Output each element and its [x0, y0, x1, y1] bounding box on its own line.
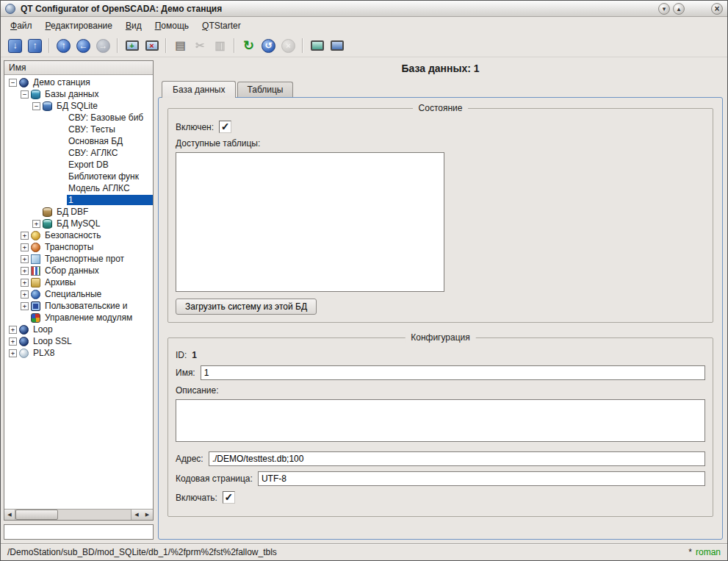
- forward-button[interactable]: →: [93, 36, 113, 56]
- expand-icon[interactable]: +: [21, 302, 29, 310]
- tab-База данных[interactable]: База данных: [162, 81, 236, 98]
- tree-item-label: СВУ: Базовые биб: [67, 112, 145, 123]
- tree-panel: Имя −Демо станция−Базы данных−БД SQLiteС…: [1, 57, 155, 543]
- expand-icon[interactable]: +: [21, 290, 29, 299]
- menu-item-Редактирование[interactable]: Редактирование: [39, 18, 119, 33]
- tree-item-БД SQLite[interactable]: −БД SQLite: [4, 100, 153, 112]
- tree-item-Основная БД[interactable]: Основная БД: [4, 135, 153, 147]
- tree-item-БД MySQL[interactable]: +БД MySQL: [4, 218, 153, 229]
- scrollbar-track[interactable]: [15, 510, 131, 520]
- delete-item-button[interactable]: ×: [142, 36, 162, 56]
- tree-item-label: БД DBF: [55, 207, 90, 217]
- address-input[interactable]: [209, 451, 705, 466]
- expand-icon[interactable]: +: [21, 267, 29, 275]
- app-window: QT Configurator of OpenSCADA: Демо станц…: [0, 0, 728, 561]
- close-button[interactable]: ×: [711, 3, 723, 15]
- scrollbar-thumb[interactable]: [15, 510, 58, 520]
- expand-icon[interactable]: +: [21, 279, 29, 287]
- plx-icon: [19, 349, 29, 358]
- tree-item-СВУ: Базовые биб[interactable]: СВУ: Базовые биб: [4, 112, 153, 124]
- protocols-icon: [31, 254, 40, 264]
- expand-icon[interactable]: +: [9, 349, 17, 357]
- tree-item-Пользовательские и[interactable]: +Пользовательские и: [4, 300, 153, 312]
- menu-item-Вид[interactable]: Вид: [119, 18, 148, 33]
- menu-item-QTStarter[interactable]: QTStarter: [195, 18, 248, 33]
- to-enable-row: Включать:: [176, 491, 705, 504]
- tree-item-Библиотеки функ[interactable]: Библиотеки функ: [4, 171, 153, 182]
- stop-button[interactable]: ×: [278, 36, 298, 56]
- expand-icon[interactable]: +: [32, 220, 40, 228]
- enabled-checkbox[interactable]: [219, 121, 231, 133]
- tree-item-Архивы[interactable]: +Архивы: [4, 276, 153, 288]
- description-label: Описание:: [176, 385, 705, 396]
- mysql-db-icon: [43, 219, 52, 229]
- collapse-icon[interactable]: −: [21, 90, 29, 99]
- cut-button[interactable]: ✂: [190, 36, 210, 56]
- menu-item-Помощь[interactable]: Помощь: [148, 18, 195, 33]
- expand-icon[interactable]: +: [9, 326, 17, 334]
- toolbar-separator: [234, 38, 235, 53]
- expand-icon[interactable]: +: [9, 337, 17, 346]
- tree-item-БД DBF[interactable]: БД DBF: [4, 206, 153, 218]
- tree-item-Loop[interactable]: +Loop: [4, 324, 153, 335]
- load-from-db-button[interactable]: ↓: [5, 36, 25, 56]
- state-groupbox: Состояние Включен: Доступные таблицы: За…: [167, 108, 713, 323]
- tree-item-PLX8[interactable]: +PLX8: [4, 347, 153, 359]
- description-textarea[interactable]: [176, 399, 705, 442]
- copy-button[interactable]: ▤: [170, 36, 190, 56]
- tree-item-Сбор данных[interactable]: +Сбор данных: [4, 265, 153, 276]
- paste-button[interactable]: ▥: [210, 36, 230, 56]
- back-button[interactable]: ←: [73, 36, 93, 56]
- station-window-button[interactable]: [327, 36, 347, 56]
- name-input[interactable]: [201, 365, 705, 380]
- config-group-title: Конфигурация: [405, 332, 476, 343]
- codepage-row: Кодовая страница:: [176, 471, 705, 486]
- station-window-icon: [331, 40, 344, 51]
- load-system-button[interactable]: Загрузить систему из этой БД: [176, 299, 317, 315]
- scroll-left2-icon[interactable]: ◀: [131, 510, 142, 520]
- collapse-icon[interactable]: −: [9, 79, 17, 87]
- tab-Таблицы[interactable]: Таблицы: [237, 82, 292, 97]
- tree-item-Специальные[interactable]: +Специальные: [4, 288, 153, 300]
- start-button[interactable]: ↺: [259, 36, 278, 56]
- tree-item-1[interactable]: 1: [4, 194, 153, 206]
- expand-icon[interactable]: +: [21, 243, 29, 251]
- tree-item-Управление модулям[interactable]: Управление модулям: [4, 312, 153, 324]
- add-item-button[interactable]: +: [122, 36, 142, 56]
- tree-item-Демо станция[interactable]: −Демо станция: [4, 76, 153, 88]
- tree-hscrollbar[interactable]: ◀ ◀ ▶: [4, 509, 153, 520]
- scroll-right-icon[interactable]: ▶: [142, 510, 153, 520]
- expand-icon[interactable]: +: [21, 232, 29, 240]
- codepage-input[interactable]: [258, 471, 705, 486]
- maximize-button[interactable]: ▴: [673, 3, 685, 15]
- tree-item-Export DB[interactable]: Export DB: [4, 159, 153, 171]
- expand-icon[interactable]: +: [21, 255, 29, 263]
- menu-item-Файл[interactable]: Файл: [4, 18, 39, 33]
- tree-item-Модель АГЛКС[interactable]: Модель АГЛКС: [4, 182, 153, 194]
- tree-item-СВУ: АГЛКС[interactable]: СВУ: АГЛКС: [4, 147, 153, 159]
- tree-item-label: Демо станция: [32, 77, 92, 87]
- tree-item-СВУ: Тесты[interactable]: СВУ: Тесты: [4, 124, 153, 135]
- tables-label: Доступные таблицы:: [176, 138, 705, 149]
- tree-item-Базы данных[interactable]: −Базы данных: [4, 88, 153, 100]
- tree-bottom-input[interactable]: [4, 524, 154, 540]
- statusbar: /DemoStation/sub_BD/mod_SQLite/db_1/%2fp…: [1, 543, 727, 560]
- tree-item-Безопасность[interactable]: +Безопасность: [4, 229, 153, 241]
- id-row: ID: 1: [176, 350, 705, 360]
- tables-listbox[interactable]: [176, 152, 444, 292]
- tree-item-Транспорты[interactable]: +Транспорты: [4, 241, 153, 253]
- save-to-db-button[interactable]: ↑: [25, 36, 45, 56]
- collapse-icon[interactable]: −: [32, 102, 40, 110]
- to-enable-checkbox[interactable]: [223, 491, 235, 504]
- minimize-button[interactable]: ▾: [658, 3, 670, 15]
- refresh-button[interactable]: ↻: [239, 36, 259, 56]
- up-level-button[interactable]: ↑: [54, 36, 73, 56]
- tree-item-Транспортные прот[interactable]: +Транспортные прот: [4, 253, 153, 265]
- scroll-left-icon[interactable]: ◀: [4, 510, 15, 520]
- station-icon: [19, 78, 29, 87]
- connect-station-button[interactable]: [307, 36, 327, 56]
- tree-item-Loop SSL[interactable]: +Loop SSL: [4, 335, 153, 347]
- tree: −Демо станция−Базы данных−БД SQLiteСВУ: …: [4, 75, 153, 509]
- codepage-label: Кодовая страница:: [176, 474, 253, 484]
- titlebar[interactable]: QT Configurator of OpenSCADA: Демо станц…: [1, 1, 727, 17]
